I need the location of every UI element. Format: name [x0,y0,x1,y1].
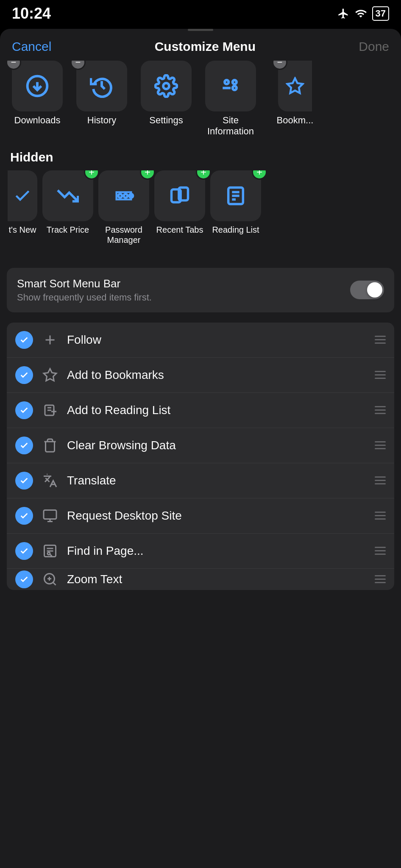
status-bar: 10:24 37 [0,0,401,24]
menu-item-add-to-reading-list[interactable]: Add to Reading List [7,393,394,428]
smart-sort-toggle[interactable] [350,281,384,299]
menu-item-translate[interactable]: Translate [7,463,394,498]
track-price-icon [57,185,79,207]
toolbar-items-row: − Downloads − [4,61,397,137]
svg-marker-19 [44,369,56,381]
menu-item-clear-browsing-data[interactable]: Clear Browsing Data [7,428,394,463]
recent-tabs-icon-wrap: + [154,170,205,221]
add-to-bookmarks-icon [42,367,58,384]
svg-marker-7 [287,78,303,93]
hidden-item-whats-new[interactable]: t's New [8,170,37,245]
follow-label: Follow [67,333,366,347]
hidden-section: t's New + Track Price + [0,170,401,258]
menu-item-follow[interactable]: Follow [7,323,394,358]
drag-handle-translate[interactable] [375,476,386,484]
menu-item-zoom-text[interactable]: Zoom Text [7,569,394,590]
star-icon [42,367,58,383]
checkmark-icon [19,546,29,556]
reading-list-add-icon [42,403,58,418]
toolbar-item-downloads[interactable]: − Downloads [8,61,67,137]
reading-list-label: Reading List [212,225,259,235]
recent-tabs-icon [169,185,191,207]
remove-badge-downloads[interactable]: − [6,61,21,70]
remove-badge-history[interactable]: − [70,61,86,70]
add-badge-password-manager[interactable]: + [140,170,155,180]
checkmark-icon [19,441,29,450]
check-request-desktop [15,507,33,525]
bookmarks-icon-wrap: − [278,61,312,111]
checkmark-icon [19,511,29,520]
svg-line-32 [50,554,52,556]
find-icon [42,543,58,559]
checkmark-icon [19,575,29,584]
find-in-page-label: Find in Page... [67,544,366,558]
password-manager-icon-wrap: + [98,170,149,221]
add-to-reading-list-label: Add to Reading List [67,403,366,417]
clear-browsing-data-icon [42,437,58,454]
hidden-section-title: Hidden [0,146,401,170]
smart-sort-title: Smart Sort Menu Bar [17,277,152,290]
site-information-label: SiteInformation [207,115,254,137]
smart-sort-card: Smart Sort Menu Bar Show frequently used… [7,268,394,312]
reading-list-icon-wrap: + [210,170,261,221]
whats-new-icon-wrap [8,170,37,221]
translate-label: Translate [67,474,366,487]
done-button[interactable]: Done [359,39,389,54]
bookmarks-label: Bookm... [277,115,314,126]
checkmark-icon [19,370,29,380]
toggle-knob [367,282,382,298]
settings-icon-wrap [141,61,192,111]
add-badge-reading-list[interactable]: + [252,170,267,180]
svg-point-4 [233,80,237,84]
remove-badge-bookmarks[interactable]: − [272,61,287,70]
check-follow [15,331,33,349]
menu-item-request-desktop-site[interactable]: Request Desktop Site [7,498,394,534]
track-price-label: Track Price [47,225,89,235]
hidden-item-password-manager[interactable]: + PasswordManager [98,170,149,245]
drag-handle-clear-browsing[interactable] [375,441,386,449]
add-badge-track-price[interactable]: + [84,170,99,180]
toolbar-item-settings[interactable]: Settings [136,61,196,137]
customize-menu-sheet: Cancel Customize Menu Done − Downloads [0,29,401,868]
check-find-in-page [15,542,33,560]
zoom-text-icon [42,571,58,588]
check-zoom-text [15,570,33,588]
hidden-item-reading-list[interactable]: + Reading List [210,170,261,245]
drag-handle-desktop[interactable] [375,512,386,520]
password-manager-label: PasswordManager [105,225,142,245]
toolbar-item-site-information[interactable]: SiteInformation [201,61,260,137]
request-desktop-icon [42,507,58,524]
add-to-reading-list-icon [42,402,58,419]
sheet-header: Cancel Customize Menu Done [0,31,401,61]
check-add-to-reading-list [15,401,33,419]
drag-handle-find[interactable] [375,547,386,555]
page-title: Customize Menu [155,39,256,54]
toolbar-item-bookmarks[interactable]: − Bookm... [265,61,325,137]
translate-icon-svg [42,473,58,488]
downloads-label: Downloads [14,115,61,126]
smart-sort-subtitle: Show frequently used items first. [17,292,152,303]
drag-handle-bookmarks[interactable] [375,371,386,379]
status-time: 10:24 [12,5,51,22]
add-badge-recent-tabs[interactable]: + [196,170,211,180]
drag-handle-follow[interactable] [375,336,386,344]
toolbar-item-history[interactable]: − History [72,61,131,137]
cancel-button[interactable]: Cancel [12,39,51,54]
downloads-icon-wrap: − [12,61,63,111]
site-info-icon-wrap [205,61,256,111]
whats-new-icon [13,186,32,205]
checkmark-icon [19,476,29,485]
history-icon-wrap: − [76,61,127,111]
drag-handle-reading-list[interactable] [375,406,386,414]
menu-item-add-to-bookmarks[interactable]: Add to Bookmarks [7,358,394,393]
zoom-text-label: Zoom Text [67,573,366,586]
whats-new-label: t's New [9,225,36,235]
drag-handle-zoom[interactable] [375,575,386,583]
hidden-item-recent-tabs[interactable]: + Recent Tabs [154,170,205,245]
hidden-items-row: t's New + Track Price + [4,170,397,249]
trash-icon [42,438,58,453]
hidden-item-track-price[interactable]: + Track Price [42,170,93,245]
svg-point-6 [233,86,237,90]
menu-item-find-in-page[interactable]: Find in Page... [7,534,394,569]
checkmark-icon [19,406,29,415]
